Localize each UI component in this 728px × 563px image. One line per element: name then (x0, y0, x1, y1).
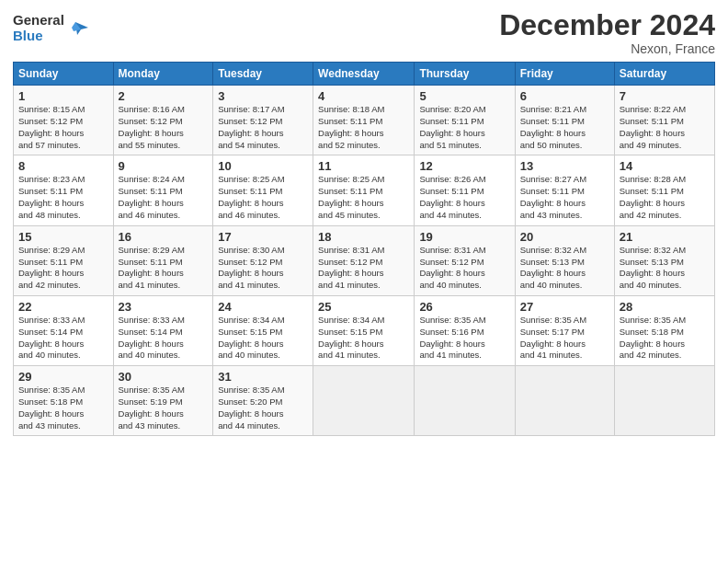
calendar-cell-7: 7 Sunrise: 8:22 AMSunset: 5:11 PMDayligh… (614, 86, 714, 155)
day-number: 15 (18, 230, 108, 244)
day-detail: Sunrise: 8:31 AMSunset: 5:12 PMDaylight:… (318, 245, 409, 292)
day-number: 1 (18, 89, 108, 103)
logo-bird-icon (68, 18, 88, 39)
day-number: 18 (318, 230, 409, 244)
calendar-cell-10: 10 Sunrise: 8:25 AMSunset: 5:11 PMDaylig… (213, 155, 313, 225)
week-row-3: 15 Sunrise: 8:29 AMSunset: 5:11 PMDaylig… (14, 225, 715, 295)
day-number: 28 (620, 300, 710, 314)
day-number: 7 (620, 89, 710, 103)
logo-text: General Blue (13, 13, 88, 43)
day-number: 6 (520, 89, 609, 103)
day-detail: Sunrise: 8:28 AMSunset: 5:11 PMDaylight:… (620, 174, 710, 221)
calendar-cell-24: 24 Sunrise: 8:34 AMSunset: 5:15 PMDaylig… (213, 295, 313, 365)
week-row-1: 1 Sunrise: 8:15 AMSunset: 5:12 PMDayligh… (14, 86, 715, 155)
header-saturday: Saturday (614, 63, 714, 86)
calendar-cell-empty (415, 366, 515, 436)
calendar-cell-23: 23 Sunrise: 8:33 AMSunset: 5:14 PMDaylig… (113, 295, 213, 365)
day-number: 14 (620, 159, 710, 173)
calendar-cell-17: 17 Sunrise: 8:30 AMSunset: 5:12 PMDaylig… (213, 225, 313, 295)
day-number: 29 (18, 370, 108, 384)
logo: General Blue (13, 13, 88, 43)
calendar-cell-18: 18 Sunrise: 8:31 AMSunset: 5:12 PMDaylig… (313, 225, 415, 295)
day-number: 11 (318, 159, 409, 173)
day-number: 21 (620, 230, 710, 244)
day-number: 16 (119, 230, 209, 244)
day-detail: Sunrise: 8:15 AMSunset: 5:12 PMDaylight:… (18, 104, 108, 151)
day-detail: Sunrise: 8:30 AMSunset: 5:12 PMDaylight:… (218, 245, 308, 292)
calendar-cell-25: 25 Sunrise: 8:34 AMSunset: 5:15 PMDaylig… (313, 295, 415, 365)
day-number: 17 (218, 230, 308, 244)
day-number: 20 (520, 230, 609, 244)
calendar-cell-14: 14 Sunrise: 8:28 AMSunset: 5:11 PMDaylig… (614, 155, 714, 225)
calendar-cell-22: 22 Sunrise: 8:33 AMSunset: 5:14 PMDaylig… (14, 295, 114, 365)
day-detail: Sunrise: 8:25 AMSunset: 5:11 PMDaylight:… (218, 174, 308, 221)
calendar-cell-empty (614, 366, 714, 436)
day-detail: Sunrise: 8:32 AMSunset: 5:13 PMDaylight:… (620, 245, 710, 292)
week-row-2: 8 Sunrise: 8:23 AMSunset: 5:11 PMDayligh… (14, 155, 715, 225)
calendar-cell-12: 12 Sunrise: 8:26 AMSunset: 5:11 PMDaylig… (415, 155, 515, 225)
day-number: 30 (119, 370, 209, 384)
calendar-cell-16: 16 Sunrise: 8:29 AMSunset: 5:11 PMDaylig… (113, 225, 213, 295)
day-detail: Sunrise: 8:34 AMSunset: 5:15 PMDaylight:… (218, 315, 308, 362)
day-number: 23 (119, 300, 209, 314)
calendar-cell-28: 28 Sunrise: 8:35 AMSunset: 5:18 PMDaylig… (614, 295, 714, 365)
day-detail: Sunrise: 8:29 AMSunset: 5:11 PMDaylight:… (119, 245, 209, 292)
day-number: 13 (520, 159, 609, 173)
page-container: General Blue December 2024 Nexon, France… (0, 0, 728, 445)
calendar-cell-30: 30 Sunrise: 8:35 AMSunset: 5:19 PMDaylig… (113, 366, 213, 436)
calendar-cell-3: 3 Sunrise: 8:17 AMSunset: 5:12 PMDayligh… (213, 86, 313, 155)
month-title: December 2024 (499, 9, 715, 41)
day-detail: Sunrise: 8:20 AMSunset: 5:11 PMDaylight:… (419, 104, 509, 151)
calendar-cell-empty (515, 366, 614, 436)
calendar-cell-6: 6 Sunrise: 8:21 AMSunset: 5:11 PMDayligh… (515, 86, 614, 155)
day-detail: Sunrise: 8:17 AMSunset: 5:12 PMDaylight:… (218, 104, 308, 151)
calendar-cell-8: 8 Sunrise: 8:23 AMSunset: 5:11 PMDayligh… (14, 155, 114, 225)
day-number: 2 (119, 89, 209, 103)
calendar-cell-21: 21 Sunrise: 8:32 AMSunset: 5:13 PMDaylig… (614, 225, 714, 295)
header-wednesday: Wednesday (313, 63, 415, 86)
day-number: 26 (419, 300, 509, 314)
day-detail: Sunrise: 8:35 AMSunset: 5:18 PMDaylight:… (18, 385, 108, 431)
header-row: General Blue December 2024 Nexon, France (13, 9, 715, 56)
week-row-4: 22 Sunrise: 8:33 AMSunset: 5:14 PMDaylig… (14, 295, 715, 365)
week-row-5: 29 Sunrise: 8:35 AMSunset: 5:18 PMDaylig… (14, 366, 715, 436)
calendar-cell-20: 20 Sunrise: 8:32 AMSunset: 5:13 PMDaylig… (515, 225, 614, 295)
calendar-cell-27: 27 Sunrise: 8:35 AMSunset: 5:17 PMDaylig… (515, 295, 614, 365)
header-friday: Friday (515, 63, 614, 86)
day-detail: Sunrise: 8:32 AMSunset: 5:13 PMDaylight:… (520, 245, 609, 292)
day-detail: Sunrise: 8:35 AMSunset: 5:16 PMDaylight:… (419, 315, 509, 362)
calendar-cell-26: 26 Sunrise: 8:35 AMSunset: 5:16 PMDaylig… (415, 295, 515, 365)
day-detail: Sunrise: 8:18 AMSunset: 5:11 PMDaylight:… (318, 104, 409, 151)
day-number: 25 (318, 300, 409, 314)
calendar-cell-empty (313, 366, 415, 436)
calendar-cell-4: 4 Sunrise: 8:18 AMSunset: 5:11 PMDayligh… (313, 86, 415, 155)
header-row-days: SundayMondayTuesdayWednesdayThursdayFrid… (14, 63, 715, 86)
calendar-cell-11: 11 Sunrise: 8:25 AMSunset: 5:11 PMDaylig… (313, 155, 415, 225)
day-detail: Sunrise: 8:25 AMSunset: 5:11 PMDaylight:… (318, 174, 409, 221)
day-detail: Sunrise: 8:34 AMSunset: 5:15 PMDaylight:… (318, 315, 409, 362)
day-detail: Sunrise: 8:33 AMSunset: 5:14 PMDaylight:… (119, 315, 209, 362)
day-detail: Sunrise: 8:31 AMSunset: 5:12 PMDaylight:… (419, 245, 509, 292)
calendar-cell-2: 2 Sunrise: 8:16 AMSunset: 5:12 PMDayligh… (113, 86, 213, 155)
day-number: 27 (520, 300, 609, 314)
day-detail: Sunrise: 8:26 AMSunset: 5:11 PMDaylight:… (419, 174, 509, 221)
header-monday: Monday (113, 63, 213, 86)
day-detail: Sunrise: 8:35 AMSunset: 5:20 PMDaylight:… (218, 385, 308, 431)
day-detail: Sunrise: 8:35 AMSunset: 5:18 PMDaylight:… (620, 315, 710, 362)
day-detail: Sunrise: 8:16 AMSunset: 5:12 PMDaylight:… (119, 104, 209, 151)
day-number: 19 (419, 230, 509, 244)
calendar-cell-29: 29 Sunrise: 8:35 AMSunset: 5:18 PMDaylig… (14, 366, 114, 436)
calendar-table: SundayMondayTuesdayWednesdayThursdayFrid… (13, 62, 715, 436)
day-number: 5 (419, 89, 509, 103)
day-detail: Sunrise: 8:33 AMSunset: 5:14 PMDaylight:… (18, 315, 108, 362)
header-tuesday: Tuesday (213, 63, 313, 86)
day-number: 8 (18, 159, 108, 173)
day-detail: Sunrise: 8:35 AMSunset: 5:19 PMDaylight:… (119, 385, 209, 431)
day-number: 12 (419, 159, 509, 173)
day-number: 9 (119, 159, 209, 173)
calendar-cell-1: 1 Sunrise: 8:15 AMSunset: 5:12 PMDayligh… (14, 86, 114, 155)
calendar-cell-15: 15 Sunrise: 8:29 AMSunset: 5:11 PMDaylig… (14, 225, 114, 295)
header-sunday: Sunday (14, 63, 114, 86)
day-number: 31 (218, 370, 308, 384)
calendar-cell-31: 31 Sunrise: 8:35 AMSunset: 5:20 PMDaylig… (213, 366, 313, 436)
